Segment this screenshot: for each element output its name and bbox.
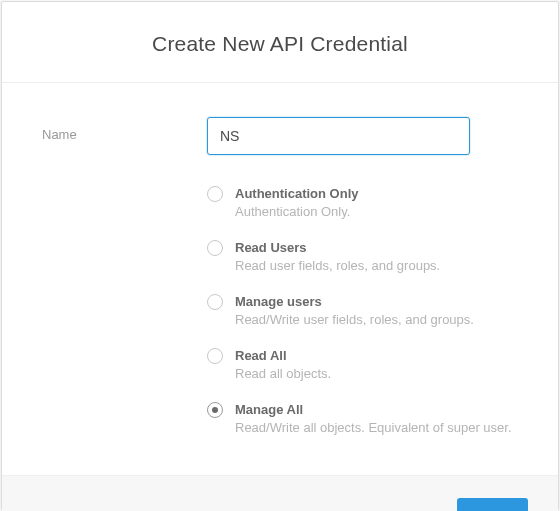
name-input[interactable] <box>207 117 470 155</box>
radio-manage-users[interactable]: Manage users Read/Write user fields, rol… <box>207 293 518 329</box>
dialog-body: Name Authentication Only Authentication … <box>2 83 558 475</box>
radio-text: Manage All Read/Write all objects. Equiv… <box>235 401 518 437</box>
radio-text: Manage users Read/Write user fields, rol… <box>235 293 518 329</box>
dialog-header: Create New API Credential <box>2 2 558 83</box>
radio-icon <box>207 186 223 202</box>
name-control <box>207 117 518 155</box>
radio-description: Read/Write all objects. Equivalent of su… <box>235 419 518 437</box>
name-row: Name <box>42 117 518 155</box>
radio-description: Read/Write user fields, roles, and group… <box>235 311 518 329</box>
radio-authentication-only[interactable]: Authentication Only Authentication Only. <box>207 185 518 221</box>
radio-text: Authentication Only Authentication Only. <box>235 185 518 221</box>
radio-text: Read All Read all objects. <box>235 347 518 383</box>
create-api-credential-dialog: Create New API Credential Name Authentic… <box>1 1 559 510</box>
dialog-title: Create New API Credential <box>2 32 558 56</box>
save-button[interactable]: SAVE <box>457 498 528 511</box>
name-label: Name <box>42 117 207 142</box>
radio-icon <box>207 348 223 364</box>
radio-read-all[interactable]: Read All Read all objects. <box>207 347 518 383</box>
radio-read-users[interactable]: Read Users Read user fields, roles, and … <box>207 239 518 275</box>
radio-label: Read Users <box>235 239 518 257</box>
radio-label: Manage users <box>235 293 518 311</box>
radio-description: Read user fields, roles, and groups. <box>235 257 518 275</box>
radio-label: Read All <box>235 347 518 365</box>
radio-label: Authentication Only <box>235 185 518 203</box>
radio-description: Authentication Only. <box>235 203 518 221</box>
radio-dot-icon <box>212 407 218 413</box>
permission-radio-group: Authentication Only Authentication Only.… <box>207 185 518 437</box>
radio-description: Read all objects. <box>235 365 518 383</box>
dialog-footer: CANCEL SAVE <box>2 475 558 511</box>
radio-manage-all[interactable]: Manage All Read/Write all objects. Equiv… <box>207 401 518 437</box>
radio-icon <box>207 294 223 310</box>
radio-text: Read Users Read user fields, roles, and … <box>235 239 518 275</box>
radio-icon <box>207 402 223 418</box>
cancel-button[interactable]: CANCEL <box>42 501 105 511</box>
radio-icon <box>207 240 223 256</box>
radio-label: Manage All <box>235 401 518 419</box>
